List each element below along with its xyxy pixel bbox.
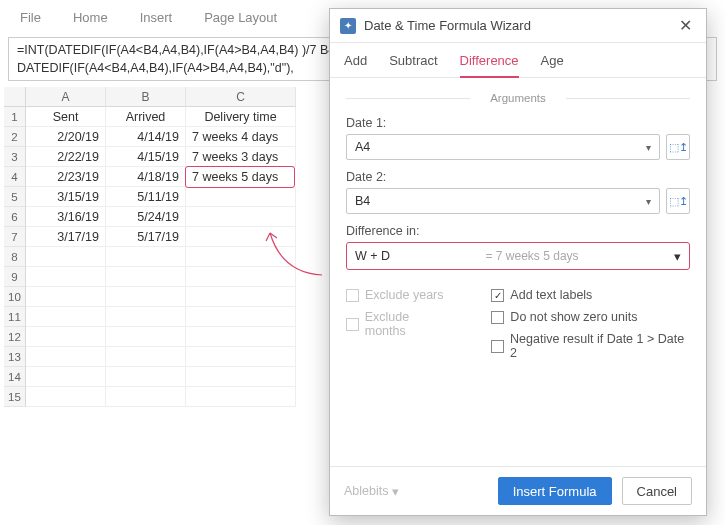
row-header[interactable]: 4 [4,167,26,187]
cell[interactable]: 7 weeks 5 days [185,166,295,188]
table-row [26,347,296,367]
row-header[interactable]: 2 [4,127,26,147]
cell[interactable] [106,367,186,387]
cell[interactable] [26,387,106,407]
check-exclude-years: Exclude years [346,288,451,302]
table-row [26,307,296,327]
cell[interactable] [106,267,186,287]
check-negative-result[interactable]: Negative result if Date 1 > Date 2 [491,332,690,360]
tab-subtract[interactable]: Subtract [389,53,437,77]
cell[interactable] [186,387,296,407]
cell[interactable]: 3/17/19 [26,227,106,247]
cell[interactable]: 3/16/19 [26,207,106,227]
cell[interactable] [186,267,296,287]
date1-value: A4 [355,140,370,154]
table-row: 2/23/194/18/197 weeks 5 days [26,167,296,187]
check-add-text-labels[interactable]: ✓Add text labels [491,288,690,302]
cell[interactable] [106,247,186,267]
row-header[interactable]: 11 [4,307,26,327]
cell[interactable] [186,187,296,207]
cell[interactable]: 2/23/19 [26,167,106,187]
cell[interactable]: Sent [26,107,106,127]
cell[interactable] [186,347,296,367]
cell[interactable]: Delivery time [186,107,296,127]
cell[interactable] [26,367,106,387]
cell[interactable] [106,347,186,367]
close-icon[interactable]: ✕ [675,16,696,35]
wizard-dialog: ✦ Date & Time Formula Wizard ✕ Add Subtr… [329,8,707,516]
cell[interactable]: 5/17/19 [106,227,186,247]
ribbon-tab-insert[interactable]: Insert [140,10,173,25]
cell[interactable] [26,287,106,307]
difference-label: Difference in: [346,224,690,238]
insert-formula-button[interactable]: Insert Formula [498,477,612,505]
chevron-down-icon: ▾ [646,196,651,207]
check-no-zero-units[interactable]: Do not show zero units [491,310,690,324]
cell[interactable]: 2/22/19 [26,147,106,167]
table-row [26,367,296,387]
chevron-down-icon: ▾ [392,484,399,499]
cell[interactable] [186,247,296,267]
cell[interactable] [26,267,106,287]
cell[interactable]: 5/24/19 [106,207,186,227]
chevron-down-icon: ▾ [674,249,681,264]
row-header[interactable]: 15 [4,387,26,407]
col-header-c[interactable]: C [186,87,296,107]
cell[interactable]: 4/14/19 [106,127,186,147]
date1-input[interactable]: A4 ▾ [346,134,660,160]
cell[interactable]: 4/18/19 [106,167,186,187]
cell[interactable] [106,287,186,307]
table-row: 2/20/194/14/197 weeks 4 days [26,127,296,147]
row-header[interactable]: 5 [4,187,26,207]
cell[interactable]: 4/15/19 [106,147,186,167]
row-header[interactable]: 12 [4,327,26,347]
cell[interactable] [186,207,296,227]
tab-add[interactable]: Add [344,53,367,77]
tab-age[interactable]: Age [541,53,564,77]
cell[interactable] [106,307,186,327]
ribbon-tab-page-layout[interactable]: Page Layout [204,10,277,25]
difference-select[interactable]: W + D = 7 weeks 5 days ▾ [346,242,690,270]
row-header[interactable]: 6 [4,207,26,227]
row-header[interactable]: 9 [4,267,26,287]
cell[interactable]: 2/20/19 [26,127,106,147]
cell[interactable] [106,327,186,347]
row-header[interactable]: 10 [4,287,26,307]
cell[interactable]: 7 weeks 4 days [186,127,296,147]
cell[interactable]: 7 weeks 3 days [186,147,296,167]
date1-range-picker[interactable]: ⬚↥ [666,134,690,160]
cell[interactable]: 5/11/19 [106,187,186,207]
row-header[interactable]: 13 [4,347,26,367]
cell[interactable] [186,327,296,347]
cell[interactable]: 3/15/19 [26,187,106,207]
col-header-b[interactable]: B [106,87,186,107]
cell[interactable] [26,347,106,367]
col-header-a[interactable]: A [26,87,106,107]
table-row [26,327,296,347]
table-row [26,247,296,267]
cell[interactable] [186,227,296,247]
cancel-button[interactable]: Cancel [622,477,692,505]
cell[interactable] [26,307,106,327]
cell[interactable] [186,367,296,387]
date1-label: Date 1: [346,116,690,130]
cell[interactable] [186,287,296,307]
ribbon-tab-file[interactable]: File [20,10,41,25]
tab-difference[interactable]: Difference [460,53,519,78]
ribbon-tab-home[interactable]: Home [73,10,108,25]
row-header[interactable]: 1 [4,107,26,127]
cell[interactable] [26,247,106,267]
row-header[interactable]: 3 [4,147,26,167]
wizard-tabs: Add Subtract Difference Age [330,43,706,78]
cell[interactable] [186,307,296,327]
cell[interactable] [106,387,186,407]
cell[interactable] [26,327,106,347]
date2-range-picker[interactable]: ⬚↥ [666,188,690,214]
cell[interactable]: Arrived [106,107,186,127]
row-header[interactable]: 7 [4,227,26,247]
select-all-corner[interactable] [4,87,26,107]
row-header[interactable]: 8 [4,247,26,267]
row-header[interactable]: 14 [4,367,26,387]
date2-input[interactable]: B4 ▾ [346,188,660,214]
brand-label[interactable]: Ablebits ▾ [344,484,399,499]
